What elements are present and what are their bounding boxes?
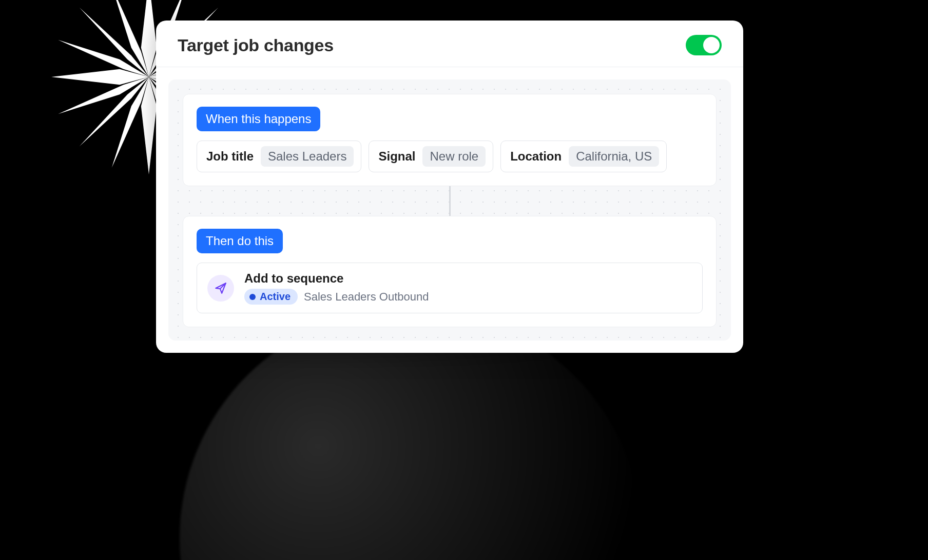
filter-label: Job title xyxy=(206,149,254,164)
connector-line xyxy=(449,186,451,216)
filter-location[interactable]: Location California, US xyxy=(500,141,667,172)
automation-card: Target job changes When this happens Job… xyxy=(156,21,743,353)
card-title: Target job changes xyxy=(178,35,334,55)
filter-job-title[interactable]: Job title Sales Leaders xyxy=(197,141,361,172)
sequence-name: Sales Leaders Outbound xyxy=(304,290,429,304)
svg-marker-8 xyxy=(112,0,149,77)
svg-marker-0 xyxy=(141,0,157,77)
enable-toggle[interactable] xyxy=(686,35,722,55)
trigger-badge: When this happens xyxy=(197,107,320,131)
svg-marker-2 xyxy=(51,69,149,85)
svg-marker-4 xyxy=(80,8,149,77)
trigger-panel: When this happens Job title Sales Leader… xyxy=(183,94,717,186)
svg-marker-13 xyxy=(112,77,149,168)
status-dot-icon xyxy=(249,294,256,300)
card-header: Target job changes xyxy=(156,21,743,67)
workflow-canvas: When this happens Job title Sales Leader… xyxy=(168,79,731,341)
filter-value: Sales Leaders xyxy=(261,146,354,167)
action-subrow: Active Sales Leaders Outbound xyxy=(244,289,429,305)
action-title: Add to sequence xyxy=(244,271,429,286)
svg-marker-1 xyxy=(141,77,157,174)
svg-marker-10 xyxy=(58,40,149,77)
filter-label: Signal xyxy=(378,149,415,164)
action-add-to-sequence[interactable]: Add to sequence Active Sales Leaders Out… xyxy=(197,263,703,313)
action-body: Add to sequence Active Sales Leaders Out… xyxy=(244,271,429,305)
action-panel: Then do this Add to sequence Active xyxy=(183,216,717,327)
action-badge: Then do this xyxy=(197,229,283,253)
svg-marker-7 xyxy=(80,77,149,146)
filter-row: Job title Sales Leaders Signal New role … xyxy=(197,141,703,172)
filter-value: California, US xyxy=(569,146,659,167)
send-icon xyxy=(207,275,234,302)
filter-label: Location xyxy=(510,149,562,164)
filter-value: New role xyxy=(422,146,486,167)
status-text: Active xyxy=(260,291,291,303)
filter-signal[interactable]: Signal New role xyxy=(369,141,493,172)
status-pill: Active xyxy=(244,289,298,305)
svg-marker-14 xyxy=(58,77,149,114)
